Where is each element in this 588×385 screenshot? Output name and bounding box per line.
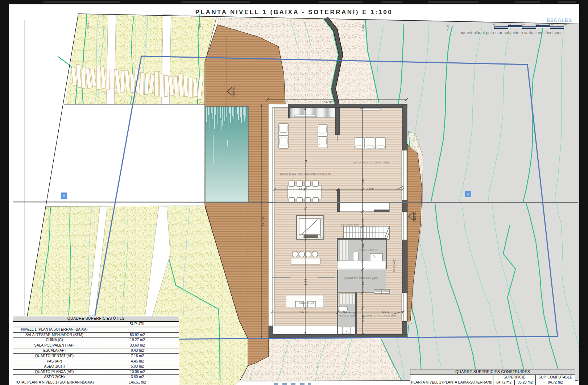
shower <box>338 240 349 261</box>
cutoff-glyph <box>282 383 287 385</box>
dim-label: 4.66 <box>300 310 307 314</box>
shower <box>339 294 355 304</box>
table-row: NIVELL 1 (PLANTA SOTERRANI-BAIXA) <box>13 327 179 332</box>
table-row: SALA D'ESTAR-MENJADOR (SEM)53.92 m2 <box>13 332 179 338</box>
room-label-sem: SALA D'ESTAR-MENJADOR (SEM) <box>280 172 331 175</box>
kitchen-counter <box>291 258 320 264</box>
room-label-escala: ESCALA (AP) <box>341 223 361 226</box>
toilet <box>370 253 382 261</box>
dim-label: 4.57 <box>367 187 374 191</box>
table-cell-value: 10.05 m2 <box>96 370 179 375</box>
table-cell-value: 146.51 m2 <box>96 380 179 385</box>
fireplace-inner <box>299 219 320 235</box>
table-title: QUADRE SUPERFÍCIES ÚTILS <box>13 316 179 322</box>
sofa-cushion <box>366 146 374 148</box>
stool <box>312 251 318 257</box>
wall-interior <box>335 108 340 135</box>
table-cell-header: SUP. COMPUTABLE <box>536 375 575 380</box>
scalebar-tick: 5m <box>563 23 567 26</box>
terrain-path <box>106 14 116 104</box>
table-superficies-utils: QUADRE SUPERFÍCIES ÚTILS SUP.ÚTIL NIVELL… <box>13 316 179 385</box>
chair <box>313 181 318 186</box>
room-label-pas: PAS (AP) <box>393 258 396 272</box>
table-cell-label: PAS (AP) <box>13 359 96 364</box>
timber-slat <box>189 78 193 98</box>
tv-box <box>304 235 318 238</box>
dim-label: 1.20 <box>343 310 350 314</box>
table-cell-label: QUARTO RENTAT (AP) <box>13 354 96 359</box>
wall-right <box>402 240 407 293</box>
table-row: SALA POLIVALENT (AP)33.60 m2 <box>13 343 179 348</box>
table-row: ASEO 2(CH)3.60 m2 <box>13 374 179 380</box>
table-row: QUARTO PLANXA (AP)10.05 m2 <box>13 369 179 375</box>
wall-top <box>288 104 407 108</box>
table-cell-header: SUP.ÚTIL <box>96 322 179 327</box>
room-label-aseo2: ASEO 2 (CH) <box>337 314 357 317</box>
room-label-aseo1: ASEO 1(CH) <box>359 248 377 251</box>
scalebar-tick: 4m <box>549 23 553 26</box>
wall-interior <box>337 189 340 212</box>
topbar-glyph-smudge <box>381 1 402 3</box>
washbasin <box>353 252 358 261</box>
dim-label: 2.24 <box>304 160 308 167</box>
toilet-mark <box>346 331 347 332</box>
table-row: SUPERFÍCIE SUP. COMPUTABLE <box>410 375 575 380</box>
timber-slat <box>140 73 144 95</box>
table-row: TOTAL PLANTA NIVELL 1 (SOTERRANI-BAIXA)1… <box>13 380 179 385</box>
table-cell-value: 53.92 m2 <box>96 333 179 338</box>
section-marker-right-letter: A <box>467 192 470 196</box>
table-row: QUARTO RENTAT (AP)7.16 m2 <box>13 353 179 359</box>
scalebar-tick: 2m <box>521 23 525 26</box>
topbar-glyph-smudge <box>181 1 250 3</box>
dim-label: 4.88 <box>304 278 307 286</box>
table-cell-value: 85.28 m2 <box>515 380 536 385</box>
timber-slat <box>96 66 100 90</box>
table-cell-value: 33.60 m2 <box>96 343 179 348</box>
table-row: SUP.ÚTIL <box>13 322 179 327</box>
table-cell-label: ESCALA (AP) <box>13 348 96 353</box>
table-cell-label: SALA D'ESTAR-MENJADOR (SEM) <box>13 333 96 338</box>
wall <box>337 270 338 293</box>
table-cell-label <box>410 375 493 380</box>
topbar-glyph-smudge <box>319 1 363 3</box>
scalebar-segment <box>494 26 508 29</box>
table-cell-value: 19.27 m2 <box>96 338 179 343</box>
contour-label: +105 <box>198 22 201 29</box>
table-cell-header: SUPERFÍCIE <box>493 375 536 380</box>
contour-label: +110 <box>361 25 364 32</box>
page-title: PLANTA NIVELL 1 (BAIXA - SOTERRANI) E 1:… <box>0 9 588 16</box>
table-row: PAS (AP)4.45 m2 <box>13 359 179 364</box>
table-cell-value: 3.60 m2 <box>96 375 179 380</box>
stair-void-wall <box>374 210 389 212</box>
dim-label-left: 17.00 <box>261 217 265 227</box>
timber-slat <box>154 71 158 96</box>
table-cell-label: CUINA (C) <box>13 338 96 343</box>
timber-slat <box>159 74 163 97</box>
table-cell-label: TOTAL PLANTA NIVELL 1 (SOTERRANI-BAIXA) <box>13 380 96 385</box>
scalebar-tick: 0 <box>493 23 495 26</box>
section-marker-left-letter: A <box>63 194 66 198</box>
table-row: PLANTA NIVELL 1 (PLANTA BAIXA-SOTERRANI)… <box>410 380 575 385</box>
room-label-cuina: CUINA (C) <box>299 301 314 305</box>
table-cell-label: NIVELL 1 (PLANTA SOTERRANI-BAIXA) <box>13 327 96 332</box>
terrace-band <box>269 104 275 339</box>
scalebar-segment <box>522 26 536 29</box>
cutoff-glyph <box>291 383 295 385</box>
table-cell-value: 5.03 m2 <box>96 364 179 369</box>
plan-sheet-viewport: 10.6017.002.244.887.262.001.502.143.004.… <box>0 0 588 385</box>
dim-label-top: 10.60 <box>323 100 333 104</box>
topbar-glyph-smudge <box>558 1 576 3</box>
chair <box>289 181 294 186</box>
table-cell-label: PLANTA NIVELL 1 (PLANTA BAIXA-SOTERRANI) <box>410 380 493 385</box>
scalebar-tick: 3m <box>535 23 539 26</box>
wall <box>337 238 338 262</box>
timber-slat <box>106 70 110 90</box>
table-cell-value <box>96 327 179 332</box>
scalebar-heading: ESCALES <box>547 17 572 23</box>
table-cell-label <box>13 322 96 327</box>
sofa-cushion <box>356 146 363 148</box>
lintel <box>360 108 380 110</box>
dim-label: 3.35 <box>382 310 389 314</box>
cutoff-glyph <box>274 383 278 385</box>
dining-table <box>288 185 321 199</box>
